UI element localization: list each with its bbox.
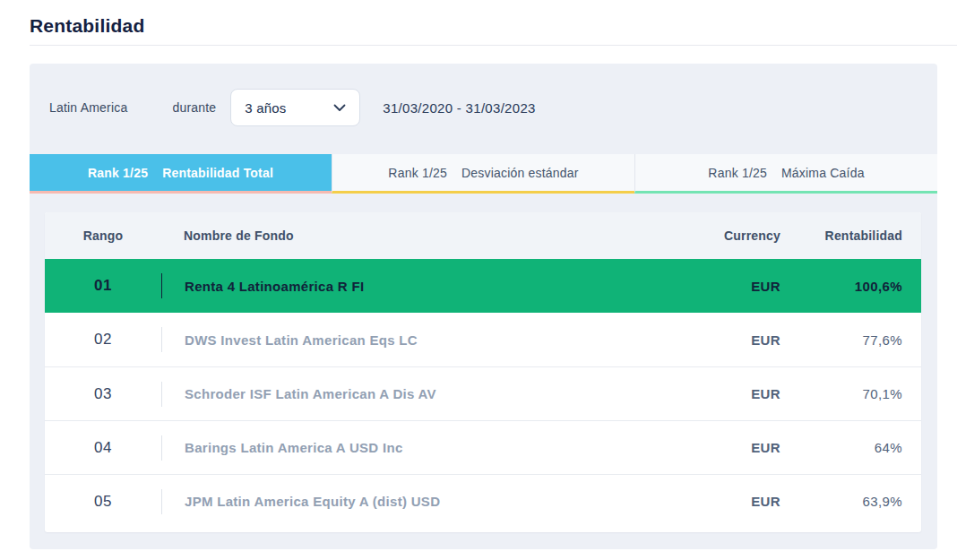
date-range: 31/03/2020 - 31/03/2023	[383, 100, 535, 116]
tab-maxima-caida[interactable]: Rank 1/25 Máxima Caída	[634, 154, 937, 194]
period-dropdown[interactable]: 3 años	[230, 89, 360, 126]
region-label: Latin America	[49, 100, 127, 115]
currency-cell: EUR	[682, 494, 780, 509]
table-row[interactable]: 04 Barings Latin America A USD Inc EUR 6…	[45, 420, 921, 474]
value-cell: 77,6%	[780, 332, 902, 348]
rentabilidad-panel: Latin America durante 3 años 31/03/2020 …	[30, 64, 937, 549]
table-row[interactable]: 05 JPM Latin America Equity A (dist) USD…	[45, 474, 921, 528]
title-divider	[30, 45, 957, 46]
tab-rank: Rank 1/25	[708, 166, 767, 180]
rank-cell: 04	[45, 439, 161, 457]
value-cell: 100,6%	[780, 279, 902, 294]
tab-rank: Rank 1/25	[388, 166, 447, 180]
table-body: 01 Renta 4 Latinoamérica R FI EUR 100,6%…	[45, 259, 921, 528]
rank-cell: 01	[45, 277, 161, 295]
tab-label: Rentabilidad Total	[162, 166, 273, 180]
tab-desviacion-estandar[interactable]: Rank 1/25 Desviación estándar	[332, 154, 634, 194]
rank-cell: 02	[45, 331, 161, 349]
tab-rentabilidad-total[interactable]: Rank 1/25 Rentabilidad Total	[30, 154, 332, 194]
rank-tabs: Rank 1/25 Rentabilidad Total Rank 1/25 D…	[30, 154, 937, 194]
currency-cell: EUR	[682, 279, 780, 294]
tab-rank: Rank 1/25	[88, 166, 148, 180]
currency-cell: EUR	[682, 440, 780, 455]
table-row[interactable]: 03 Schroder ISF Latin American A Dis AV …	[45, 366, 921, 420]
durante-label: durante	[172, 100, 216, 115]
currency-cell: EUR	[682, 332, 780, 348]
value-cell: 63,9%	[780, 494, 902, 509]
tab-label: Desviación estándar	[461, 166, 579, 180]
column-header-nombre: Nombre de Fondo	[161, 228, 682, 243]
period-selected-value: 3 años	[245, 100, 286, 116]
rank-cell: 03	[45, 385, 161, 403]
table-row[interactable]: 02 DWS Invest Latin American Eqs LC EUR …	[45, 313, 921, 366]
fund-name: Renta 4 Latinoamérica R FI	[161, 273, 682, 298]
fund-name: DWS Invest Latin American Eqs LC	[161, 327, 682, 352]
column-header-rango: Rango	[45, 228, 161, 243]
fund-name: Schroder ISF Latin American A Dis AV	[161, 382, 682, 407]
currency-cell: EUR	[682, 386, 780, 401]
value-cell: 64%	[780, 440, 902, 455]
table-row[interactable]: 01 Renta 4 Latinoamérica R FI EUR 100,6%	[45, 259, 921, 313]
column-header-currency: Currency	[682, 228, 780, 243]
table-header-row: Rango Nombre de Fondo Currency Rentabili…	[45, 212, 921, 259]
filter-row: Latin America durante 3 años 31/03/2020 …	[30, 64, 937, 126]
ranking-table: Rango Nombre de Fondo Currency Rentabili…	[45, 212, 921, 532]
fund-name: JPM Latin America Equity A (dist) USD	[161, 489, 682, 514]
chevron-down-icon	[333, 104, 346, 112]
page-title: Rentabilidad	[0, 0, 957, 38]
value-cell: 70,1%	[780, 386, 902, 401]
tab-label: Máxima Caída	[781, 166, 865, 180]
column-header-rentabilidad: Rentabilidad	[780, 228, 902, 243]
rank-cell: 05	[45, 493, 161, 511]
fund-name: Barings Latin America A USD Inc	[161, 435, 682, 461]
